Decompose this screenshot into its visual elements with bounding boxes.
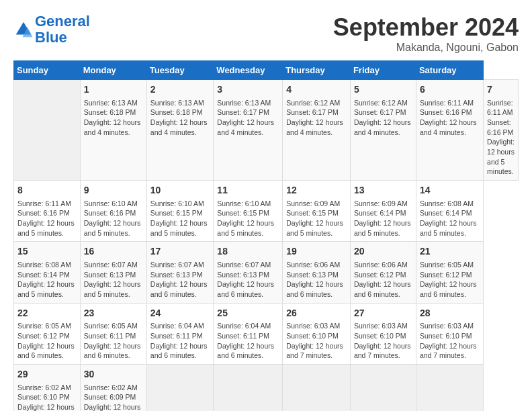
calendar-week-1: 1Sunrise: 6:13 AMSunset: 6:18 PMDaylight… [14,80,519,181]
day-info: Sunrise: 6:12 AMSunset: 6:17 PMDaylight:… [354,98,412,138]
calendar-cell [14,80,81,181]
calendar-week-5: 29Sunrise: 6:02 AMSunset: 6:10 PMDayligh… [14,365,519,411]
calendar-cell: 26Sunrise: 6:03 AMSunset: 6:10 PMDayligh… [283,303,351,364]
calendar-cell: 16Sunrise: 6:07 AMSunset: 6:13 PMDayligh… [80,242,146,303]
day-info: Sunrise: 6:04 AMSunset: 6:11 PMDaylight:… [150,321,210,361]
day-info: Sunrise: 6:05 AMSunset: 6:11 PMDaylight:… [84,321,143,361]
calendar-cell: 19Sunrise: 6:06 AMSunset: 6:13 PMDayligh… [283,242,351,303]
calendar-cell: 8Sunrise: 6:11 AMSunset: 6:16 PMDaylight… [14,181,81,242]
day-number: 13 [354,184,412,197]
day-number: 17 [150,245,210,259]
calendar-cell [416,365,483,411]
calendar-cell: 2Sunrise: 6:13 AMSunset: 6:18 PMDaylight… [146,80,214,181]
calendar-cell [214,365,283,411]
day-number: 18 [217,245,279,259]
calendar-cell: 29Sunrise: 6:02 AMSunset: 6:10 PMDayligh… [14,365,81,411]
col-header-saturday: Saturday [416,61,483,80]
day-info: Sunrise: 6:10 AMSunset: 6:16 PMDaylight:… [84,199,143,238]
calendar-cell: 17Sunrise: 6:07 AMSunset: 6:13 PMDayligh… [146,242,214,303]
day-info: Sunrise: 6:13 AMSunset: 6:17 PMDaylight:… [217,98,279,138]
calendar-cell: 6Sunrise: 6:11 AMSunset: 6:16 PMDaylight… [416,80,483,181]
calendar-cell [146,365,214,411]
calendar-cell: 27Sunrise: 6:03 AMSunset: 6:10 PMDayligh… [350,303,416,364]
calendar-week-2: 8Sunrise: 6:11 AMSunset: 6:16 PMDaylight… [14,181,519,242]
day-info: Sunrise: 6:10 AMSunset: 6:15 PMDaylight:… [217,199,279,238]
calendar-cell [350,365,416,411]
day-info: Sunrise: 6:07 AMSunset: 6:13 PMDaylight:… [84,260,143,300]
day-number: 5 [354,83,412,97]
day-info: Sunrise: 6:09 AMSunset: 6:14 PMDaylight:… [354,199,412,238]
day-info: Sunrise: 6:06 AMSunset: 6:12 PMDaylight:… [354,260,412,300]
calendar-cell: 5Sunrise: 6:12 AMSunset: 6:17 PMDaylight… [350,80,416,181]
month-title: September 2024 [333,13,519,42]
title-block: September 2024 Makanda, Ngouni, Gabon [333,13,519,54]
calendar-cell: 7Sunrise: 6:11 AMSunset: 6:16 PMDaylight… [484,80,519,181]
logo-text: General Blue [35,13,90,46]
day-number: 6 [420,83,480,97]
day-number: 3 [217,83,279,97]
day-info: Sunrise: 6:08 AMSunset: 6:14 PMDaylight:… [17,260,77,300]
day-number: 20 [354,245,412,259]
day-number: 2 [150,83,210,97]
day-number: 28 [420,307,480,320]
day-number: 21 [420,245,480,259]
calendar-cell: 9Sunrise: 6:10 AMSunset: 6:16 PMDaylight… [80,181,146,242]
calendar-cell: 23Sunrise: 6:05 AMSunset: 6:11 PMDayligh… [80,303,146,364]
day-info: Sunrise: 6:05 AMSunset: 6:12 PMDaylight:… [17,321,77,361]
calendar-cell: 1Sunrise: 6:13 AMSunset: 6:18 PMDaylight… [80,80,146,181]
day-number: 22 [17,307,77,320]
calendar-cell: 21Sunrise: 6:05 AMSunset: 6:12 PMDayligh… [416,242,483,303]
day-number: 26 [286,307,347,320]
day-info: Sunrise: 6:09 AMSunset: 6:15 PMDaylight:… [286,199,347,238]
day-info: Sunrise: 6:05 AMSunset: 6:12 PMDaylight:… [420,260,480,300]
calendar-cell: 18Sunrise: 6:07 AMSunset: 6:13 PMDayligh… [214,242,283,303]
calendar-cell: 14Sunrise: 6:08 AMSunset: 6:14 PMDayligh… [416,181,483,242]
calendar-cell: 28Sunrise: 6:03 AMSunset: 6:10 PMDayligh… [416,303,483,364]
day-info: Sunrise: 6:04 AMSunset: 6:11 PMDaylight:… [217,321,279,361]
day-info: Sunrise: 6:13 AMSunset: 6:18 PMDaylight:… [84,98,143,138]
col-header-tuesday: Tuesday [146,61,214,80]
calendar-cell: 13Sunrise: 6:09 AMSunset: 6:14 PMDayligh… [350,181,416,242]
day-info: Sunrise: 6:03 AMSunset: 6:10 PMDaylight:… [420,321,480,361]
col-header-sunday: Sunday [14,61,81,80]
logo-icon [13,19,34,40]
calendar-cell: 11Sunrise: 6:10 AMSunset: 6:15 PMDayligh… [214,181,283,242]
day-number: 11 [217,184,279,197]
day-info: Sunrise: 6:13 AMSunset: 6:18 PMDaylight:… [150,98,210,138]
calendar-table: SundayMondayTuesdayWednesdayThursdayFrid… [13,60,519,411]
day-number: 1 [84,83,143,97]
day-number: 23 [84,307,143,320]
page-header: General Blue September 2024 Makanda, Ngo… [13,13,519,54]
day-info: Sunrise: 6:12 AMSunset: 6:17 PMDaylight:… [286,98,347,138]
calendar-cell: 4Sunrise: 6:12 AMSunset: 6:17 PMDaylight… [283,80,351,181]
col-header-friday: Friday [350,61,416,80]
day-number: 14 [420,184,480,197]
calendar-cell: 30Sunrise: 6:02 AMSunset: 6:09 PMDayligh… [80,365,146,411]
calendar-cell: 20Sunrise: 6:06 AMSunset: 6:12 PMDayligh… [350,242,416,303]
calendar-cell: 12Sunrise: 6:09 AMSunset: 6:15 PMDayligh… [283,181,351,242]
day-info: Sunrise: 6:11 AMSunset: 6:16 PMDaylight:… [17,199,77,238]
day-number: 7 [487,83,515,97]
day-number: 25 [217,307,279,320]
day-info: Sunrise: 6:03 AMSunset: 6:10 PMDaylight:… [286,321,347,361]
day-number: 19 [286,245,347,259]
day-info: Sunrise: 6:03 AMSunset: 6:10 PMDaylight:… [354,321,412,361]
day-number: 16 [84,245,143,259]
calendar-cell: 10Sunrise: 6:10 AMSunset: 6:15 PMDayligh… [146,181,214,242]
day-info: Sunrise: 6:11 AMSunset: 6:16 PMDaylight:… [420,98,480,138]
day-info: Sunrise: 6:07 AMSunset: 6:13 PMDaylight:… [217,260,279,300]
day-number: 24 [150,307,210,320]
col-header-thursday: Thursday [283,61,351,80]
day-info: Sunrise: 6:10 AMSunset: 6:15 PMDaylight:… [150,199,210,238]
calendar-cell: 15Sunrise: 6:08 AMSunset: 6:14 PMDayligh… [14,242,81,303]
day-number: 27 [354,307,412,320]
calendar-cell [283,365,351,411]
calendar-week-3: 15Sunrise: 6:08 AMSunset: 6:14 PMDayligh… [14,242,519,303]
day-number: 9 [84,184,143,197]
col-header-wednesday: Wednesday [214,61,283,80]
calendar-cell: 25Sunrise: 6:04 AMSunset: 6:11 PMDayligh… [214,303,283,364]
calendar-cell: 3Sunrise: 6:13 AMSunset: 6:17 PMDaylight… [214,80,283,181]
day-number: 15 [17,245,77,259]
day-info: Sunrise: 6:06 AMSunset: 6:13 PMDaylight:… [286,260,347,300]
day-info: Sunrise: 6:07 AMSunset: 6:13 PMDaylight:… [150,260,210,300]
